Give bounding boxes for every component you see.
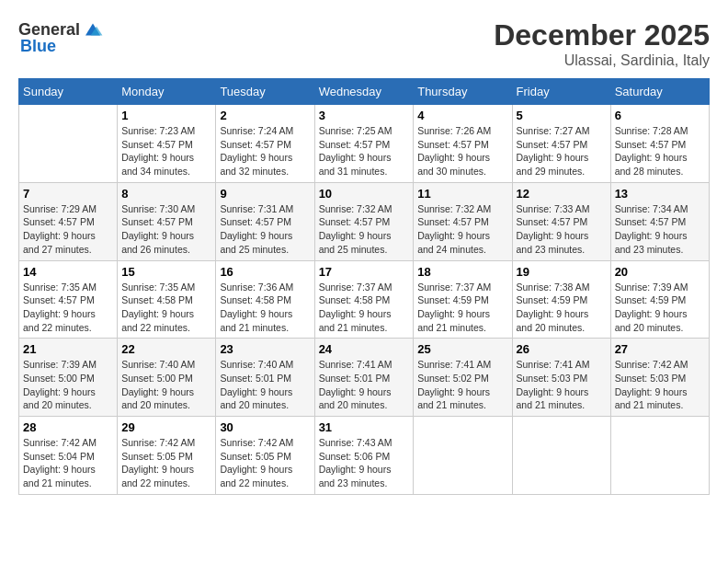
calendar-cell: 31Sunrise: 7:43 AM Sunset: 5:06 PM Dayli… <box>314 417 414 495</box>
calendar-cell: 10Sunrise: 7:32 AM Sunset: 4:57 PM Dayli… <box>314 182 414 260</box>
day-number: 15 <box>121 265 211 279</box>
calendar-cell <box>19 105 118 183</box>
day-info: Sunrise: 7:33 AM Sunset: 4:57 PM Dayligh… <box>517 202 607 257</box>
calendar-cell: 12Sunrise: 7:33 AM Sunset: 4:57 PM Dayli… <box>512 182 610 260</box>
day-info: Sunrise: 7:26 AM Sunset: 4:57 PM Dayligh… <box>417 124 507 178</box>
calendar-cell: 27Sunrise: 7:42 AM Sunset: 5:03 PM Dayli… <box>610 339 709 417</box>
calendar-cell: 25Sunrise: 7:41 AM Sunset: 5:02 PM Dayli… <box>414 339 512 417</box>
day-info: Sunrise: 7:39 AM Sunset: 4:59 PM Dayligh… <box>615 281 705 335</box>
weekday-header-sunday: Sunday <box>19 79 118 105</box>
day-info: Sunrise: 7:32 AM Sunset: 4:57 PM Dayligh… <box>319 202 410 257</box>
calendar-cell: 17Sunrise: 7:37 AM Sunset: 4:58 PM Dayli… <box>314 260 414 339</box>
weekday-header-row: SundayMondayTuesdayWednesdayThursdayFrid… <box>19 79 710 105</box>
day-number: 6 <box>615 109 705 122</box>
weekday-header-wednesday: Wednesday <box>314 79 414 105</box>
day-info: Sunrise: 7:41 AM Sunset: 5:01 PM Dayligh… <box>319 358 410 412</box>
calendar-cell: 22Sunrise: 7:40 AM Sunset: 5:00 PM Dayli… <box>118 339 216 417</box>
calendar-cell <box>610 417 709 495</box>
day-number: 27 <box>615 342 705 356</box>
day-number: 20 <box>615 265 705 279</box>
day-number: 2 <box>220 109 310 122</box>
calendar-cell: 28Sunrise: 7:42 AM Sunset: 5:04 PM Dayli… <box>19 417 118 495</box>
logo: General Blue <box>18 18 104 56</box>
day-info: Sunrise: 7:42 AM Sunset: 5:05 PM Dayligh… <box>121 436 211 490</box>
day-number: 12 <box>517 187 607 201</box>
day-number: 13 <box>615 187 705 201</box>
day-number: 9 <box>220 187 310 201</box>
weekday-header-friday: Friday <box>512 79 610 105</box>
location: Ulassai, Sardinia, Italy <box>494 52 710 69</box>
calendar-table: SundayMondayTuesdayWednesdayThursdayFrid… <box>18 78 710 495</box>
page-header: General Blue December 2025 Ulassai, Sard… <box>18 18 710 69</box>
calendar-cell: 15Sunrise: 7:35 AM Sunset: 4:58 PM Dayli… <box>118 260 216 339</box>
day-number: 19 <box>517 265 607 279</box>
day-info: Sunrise: 7:28 AM Sunset: 4:57 PM Dayligh… <box>615 124 705 178</box>
day-info: Sunrise: 7:41 AM Sunset: 5:02 PM Dayligh… <box>417 358 507 412</box>
day-info: Sunrise: 7:24 AM Sunset: 4:57 PM Dayligh… <box>220 124 310 178</box>
day-info: Sunrise: 7:37 AM Sunset: 4:59 PM Dayligh… <box>417 281 507 335</box>
calendar-cell: 24Sunrise: 7:41 AM Sunset: 5:01 PM Dayli… <box>314 339 414 417</box>
day-number: 28 <box>23 420 113 434</box>
day-info: Sunrise: 7:42 AM Sunset: 5:04 PM Dayligh… <box>23 436 113 490</box>
week-row-5: 28Sunrise: 7:42 AM Sunset: 5:04 PM Dayli… <box>19 417 710 495</box>
calendar-cell: 29Sunrise: 7:42 AM Sunset: 5:05 PM Dayli… <box>118 417 216 495</box>
day-info: Sunrise: 7:40 AM Sunset: 5:00 PM Dayligh… <box>121 358 211 412</box>
week-row-4: 21Sunrise: 7:39 AM Sunset: 5:00 PM Dayli… <box>19 339 710 417</box>
day-number: 24 <box>319 342 410 356</box>
day-info: Sunrise: 7:43 AM Sunset: 5:06 PM Dayligh… <box>319 436 410 490</box>
day-info: Sunrise: 7:29 AM Sunset: 4:57 PM Dayligh… <box>23 202 113 257</box>
day-info: Sunrise: 7:23 AM Sunset: 4:57 PM Dayligh… <box>121 124 211 178</box>
day-info: Sunrise: 7:32 AM Sunset: 4:57 PM Dayligh… <box>417 202 507 257</box>
calendar-cell <box>512 417 610 495</box>
day-number: 16 <box>220 265 310 279</box>
weekday-header-saturday: Saturday <box>610 79 709 105</box>
day-info: Sunrise: 7:38 AM Sunset: 4:59 PM Dayligh… <box>517 281 607 335</box>
day-info: Sunrise: 7:42 AM Sunset: 5:05 PM Dayligh… <box>220 436 310 490</box>
day-info: Sunrise: 7:35 AM Sunset: 4:58 PM Dayligh… <box>121 281 211 335</box>
day-number: 30 <box>220 420 310 434</box>
calendar-cell: 2Sunrise: 7:24 AM Sunset: 4:57 PM Daylig… <box>216 105 314 183</box>
week-row-2: 7Sunrise: 7:29 AM Sunset: 4:57 PM Daylig… <box>19 182 710 260</box>
calendar-cell: 13Sunrise: 7:34 AM Sunset: 4:57 PM Dayli… <box>610 182 709 260</box>
calendar-cell: 21Sunrise: 7:39 AM Sunset: 5:00 PM Dayli… <box>19 339 118 417</box>
day-number: 1 <box>121 109 211 122</box>
day-number: 5 <box>517 109 607 122</box>
calendar-cell: 7Sunrise: 7:29 AM Sunset: 4:57 PM Daylig… <box>19 182 118 260</box>
month-title: December 2025 <box>494 18 710 52</box>
calendar-cell: 30Sunrise: 7:42 AM Sunset: 5:05 PM Dayli… <box>216 417 314 495</box>
day-number: 4 <box>417 109 507 122</box>
logo-icon <box>82 18 104 40</box>
week-row-3: 14Sunrise: 7:35 AM Sunset: 4:57 PM Dayli… <box>19 260 710 339</box>
day-info: Sunrise: 7:41 AM Sunset: 5:03 PM Dayligh… <box>517 358 607 412</box>
day-number: 21 <box>23 342 113 356</box>
day-number: 26 <box>517 342 607 356</box>
day-number: 7 <box>23 187 113 201</box>
day-info: Sunrise: 7:30 AM Sunset: 4:57 PM Dayligh… <box>121 202 211 257</box>
day-number: 3 <box>319 109 410 122</box>
calendar-cell: 26Sunrise: 7:41 AM Sunset: 5:03 PM Dayli… <box>512 339 610 417</box>
weekday-header-tuesday: Tuesday <box>216 79 314 105</box>
calendar-cell: 3Sunrise: 7:25 AM Sunset: 4:57 PM Daylig… <box>314 105 414 183</box>
weekday-header-thursday: Thursday <box>414 79 512 105</box>
day-info: Sunrise: 7:40 AM Sunset: 5:01 PM Dayligh… <box>220 358 310 412</box>
day-number: 29 <box>121 420 211 434</box>
day-info: Sunrise: 7:42 AM Sunset: 5:03 PM Dayligh… <box>615 358 705 412</box>
day-info: Sunrise: 7:36 AM Sunset: 4:58 PM Dayligh… <box>220 281 310 335</box>
day-info: Sunrise: 7:37 AM Sunset: 4:58 PM Dayligh… <box>319 281 410 335</box>
calendar-cell: 14Sunrise: 7:35 AM Sunset: 4:57 PM Dayli… <box>19 260 118 339</box>
calendar-cell: 19Sunrise: 7:38 AM Sunset: 4:59 PM Dayli… <box>512 260 610 339</box>
day-number: 25 <box>417 342 507 356</box>
day-number: 22 <box>121 342 211 356</box>
calendar-cell: 9Sunrise: 7:31 AM Sunset: 4:57 PM Daylig… <box>216 182 314 260</box>
calendar-cell <box>414 417 512 495</box>
calendar-cell: 1Sunrise: 7:23 AM Sunset: 4:57 PM Daylig… <box>118 105 216 183</box>
calendar-cell: 18Sunrise: 7:37 AM Sunset: 4:59 PM Dayli… <box>414 260 512 339</box>
day-number: 10 <box>319 187 410 201</box>
calendar-cell: 4Sunrise: 7:26 AM Sunset: 4:57 PM Daylig… <box>414 105 512 183</box>
day-info: Sunrise: 7:34 AM Sunset: 4:57 PM Dayligh… <box>615 202 705 257</box>
day-info: Sunrise: 7:27 AM Sunset: 4:57 PM Dayligh… <box>517 124 607 178</box>
calendar-cell: 16Sunrise: 7:36 AM Sunset: 4:58 PM Dayli… <box>216 260 314 339</box>
day-info: Sunrise: 7:39 AM Sunset: 5:00 PM Dayligh… <box>23 358 113 412</box>
calendar-cell: 6Sunrise: 7:28 AM Sunset: 4:57 PM Daylig… <box>610 105 709 183</box>
day-number: 17 <box>319 265 410 279</box>
